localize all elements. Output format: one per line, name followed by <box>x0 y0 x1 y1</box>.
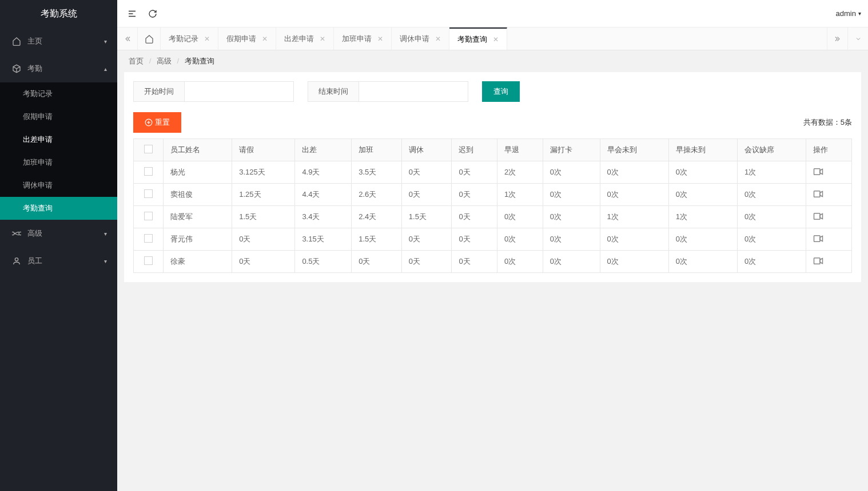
video-icon[interactable] <box>813 257 823 265</box>
video-icon[interactable] <box>813 212 823 220</box>
cell-morn: 0次 <box>600 228 668 251</box>
cell-ot: 1.5天 <box>352 228 402 251</box>
user-menu[interactable]: admin ▾ <box>836 9 861 18</box>
close-icon[interactable]: ✕ <box>262 35 268 43</box>
cell-morn: 0次 <box>600 161 668 184</box>
start-time-input[interactable] <box>185 82 293 101</box>
checkbox-icon[interactable] <box>144 167 153 176</box>
tab-records[interactable]: 考勤记录✕ <box>161 27 218 50</box>
data-count-prefix: 共有数据： <box>803 118 841 126</box>
tab-label: 加班申请 <box>342 34 372 44</box>
cell-meet: 0次 <box>738 206 806 228</box>
row-checkbox-cell[interactable] <box>134 184 164 206</box>
sidebar-subitem-overtime[interactable]: 加班申请 <box>0 151 117 174</box>
chevron-down-icon: ▾ <box>858 10 861 17</box>
breadcrumb-home[interactable]: 首页 <box>129 57 144 65</box>
cell-exer: 0次 <box>668 228 737 251</box>
tab-overtime[interactable]: 加班申请✕ <box>334 27 392 50</box>
row-checkbox-cell[interactable] <box>134 228 164 251</box>
cell-operation <box>806 161 852 184</box>
header-checkbox[interactable] <box>134 139 164 161</box>
cell-rest: 1.5天 <box>401 206 452 228</box>
tab-home[interactable] <box>138 27 161 50</box>
tabs-scroll-left-icon[interactable] <box>117 27 138 50</box>
end-time-label: 结束时间 <box>308 82 359 101</box>
sidebar-subitem-records[interactable]: 考勤记录 <box>0 82 117 105</box>
checkbox-icon[interactable] <box>144 189 153 198</box>
cell-ot: 2.4天 <box>352 206 402 228</box>
sidebar-subitem-vacation[interactable]: 假期申请 <box>0 105 117 128</box>
close-icon[interactable]: ✕ <box>204 35 210 43</box>
sidebar-item-label: 调休申请 <box>23 180 53 191</box>
table-row: 徐豪0天0.5天0天0天0天0次0次0次0次0次 <box>134 251 852 273</box>
checkbox-icon[interactable] <box>144 212 153 220</box>
cell-morn: 0次 <box>600 251 668 273</box>
tab-label: 调休申请 <box>400 34 429 44</box>
end-time-input[interactable] <box>359 82 468 101</box>
cell-rest: 0天 <box>401 184 452 206</box>
cell-trip: 0.5天 <box>295 251 352 273</box>
cell-meet: 0次 <box>738 228 806 251</box>
row-checkbox-cell[interactable] <box>134 206 164 228</box>
close-icon[interactable]: ✕ <box>320 35 325 43</box>
th-rest: 调休 <box>401 139 452 161</box>
row-checkbox-cell[interactable] <box>134 251 164 273</box>
sidebar-subitem-query[interactable]: 考勤查询 <box>0 197 117 220</box>
menu-toggle-icon[interactable] <box>124 6 140 22</box>
end-time-field: 结束时间 <box>308 81 468 102</box>
th-meet: 会议缺席 <box>738 139 806 161</box>
tab-trip[interactable]: 出差申请✕ <box>276 27 334 50</box>
cell-late: 0天 <box>452 228 497 251</box>
cell-rest: 0天 <box>401 161 452 184</box>
table-header-row: 员工姓名 请假 出差 加班 调休 迟到 早退 漏打卡 早会未到 早操未到 会议缺… <box>134 139 852 161</box>
cell-late: 0天 <box>452 184 497 206</box>
video-icon[interactable] <box>813 235 823 243</box>
main-area: admin ▾ 考勤记录✕ 假期申请✕ 出差申请✕ 加班申请✕ 调休申请✕ 考勤… <box>117 0 868 491</box>
checkbox-icon[interactable] <box>144 234 153 243</box>
breadcrumb-mid[interactable]: 高级 <box>157 57 172 65</box>
data-count: 共有数据：5条 <box>803 117 852 128</box>
cell-meet: 0次 <box>738 251 806 273</box>
sidebar-item-label: 考勤记录 <box>23 89 53 99</box>
row-checkbox-cell[interactable] <box>134 161 164 184</box>
search-button[interactable]: 查询 <box>482 81 520 102</box>
infinity-icon <box>11 231 22 236</box>
th-early: 早退 <box>497 139 543 161</box>
cell-early: 0次 <box>497 251 543 273</box>
data-count-value: 5条 <box>841 118 852 126</box>
tabs-scroll-right-icon[interactable] <box>827 27 847 50</box>
svg-rect-4 <box>814 213 821 219</box>
cell-late: 0天 <box>452 206 497 228</box>
cell-exer: 0次 <box>668 184 737 206</box>
checkbox-icon[interactable] <box>144 256 153 265</box>
sidebar-item-home[interactable]: 主页 ▾ <box>0 27 117 55</box>
sidebar-subitem-trip[interactable]: 出差申请 <box>0 128 117 151</box>
tab-rest[interactable]: 调休申请✕ <box>392 27 449 50</box>
sidebar: 考勤系统 主页 ▾ 考勤 ▴ 考勤记录 假期申请 出差申请 加班申请 <box>0 0 117 491</box>
th-late: 迟到 <box>452 139 497 161</box>
close-icon[interactable]: ✕ <box>493 35 499 43</box>
tabs-list: 考勤记录✕ 假期申请✕ 出差申请✕ 加班申请✕ 调休申请✕ 考勤查询✕ <box>138 27 827 50</box>
tab-query[interactable]: 考勤查询✕ <box>449 27 507 50</box>
cell-name: 陆爱军 <box>164 206 232 228</box>
cell-early: 2次 <box>497 161 543 184</box>
close-icon[interactable]: ✕ <box>435 35 441 43</box>
table-row: 杨光3.125天4.9天3.5天0天0天2次0次0次0次1次 <box>134 161 852 184</box>
sidebar-item-attendance[interactable]: 考勤 ▴ <box>0 55 117 82</box>
cell-early: 0次 <box>497 228 543 251</box>
th-name: 员工姓名 <box>164 139 232 161</box>
reset-button[interactable]: 重置 <box>133 112 181 133</box>
video-icon[interactable] <box>813 168 823 176</box>
cell-meet: 1次 <box>738 161 806 184</box>
close-icon[interactable]: ✕ <box>377 35 383 43</box>
sidebar-subitem-rest[interactable]: 调休申请 <box>0 174 117 197</box>
th-miss: 漏打卡 <box>543 139 600 161</box>
cell-ot: 2.6天 <box>352 184 402 206</box>
tabs-menu-icon[interactable] <box>847 27 868 50</box>
video-icon[interactable] <box>813 190 823 198</box>
checkbox-icon[interactable] <box>144 145 153 153</box>
sidebar-item-employee[interactable]: 员工 ▾ <box>0 247 117 275</box>
tab-vacation[interactable]: 假期申请✕ <box>218 27 276 50</box>
refresh-icon[interactable] <box>145 6 161 22</box>
sidebar-item-advanced[interactable]: 高级 ▾ <box>0 220 117 247</box>
